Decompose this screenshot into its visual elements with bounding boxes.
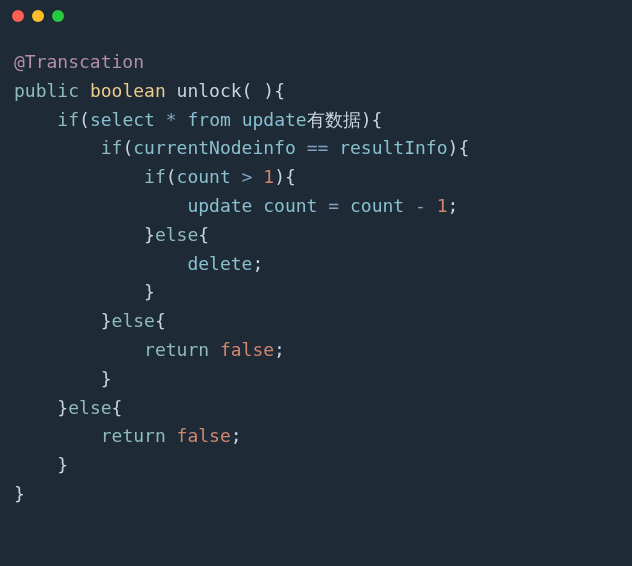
keyword-if: if: [101, 137, 123, 158]
identifier-update: update: [187, 195, 252, 216]
maximize-icon[interactable]: [52, 10, 64, 22]
semicolon: ;: [231, 425, 242, 446]
text-chinese: 有数据: [307, 109, 361, 130]
paren-open: (: [166, 166, 177, 187]
brace-close: }: [14, 483, 25, 504]
keyword-else: else: [155, 224, 198, 245]
operator-gt: >: [242, 166, 253, 187]
brace-close: }: [57, 397, 68, 418]
bool-false: false: [220, 339, 274, 360]
keyword-else: else: [68, 397, 111, 418]
keyword-else: else: [112, 310, 155, 331]
code-block: @Transcation public boolean unlock( ){ i…: [0, 32, 632, 525]
identifier-delete: delete: [187, 253, 252, 274]
keyword-public: public: [14, 80, 79, 101]
brace-close: }: [101, 368, 112, 389]
identifier-count: count: [177, 166, 231, 187]
keyword-if: if: [144, 166, 166, 187]
identifier-from: from: [187, 109, 230, 130]
brace-open: {: [155, 310, 166, 331]
minimize-icon[interactable]: [32, 10, 44, 22]
keyword-return: return: [101, 425, 166, 446]
brace-open: {: [274, 80, 285, 101]
operator-eq: ==: [307, 137, 329, 158]
parens: ( ): [242, 80, 275, 101]
close-icon[interactable]: [12, 10, 24, 22]
identifier-select: select: [90, 109, 155, 130]
keyword-if: if: [57, 109, 79, 130]
titlebar: [0, 0, 632, 32]
paren-open: (: [79, 109, 90, 130]
paren-close: ): [448, 137, 459, 158]
identifier-resultinfo: resultInfo: [339, 137, 447, 158]
operator-minus: -: [415, 195, 426, 216]
brace-close: }: [101, 310, 112, 331]
brace-open: {: [458, 137, 469, 158]
brace-open: {: [112, 397, 123, 418]
semicolon: ;: [274, 339, 285, 360]
identifier-currentnode: currentNodeinfo: [133, 137, 296, 158]
operator-assign: =: [328, 195, 339, 216]
operator-star: *: [166, 109, 177, 130]
brace-close: }: [144, 224, 155, 245]
brace-open: {: [198, 224, 209, 245]
paren-close: ): [274, 166, 285, 187]
semicolon: ;: [448, 195, 459, 216]
brace-open: {: [285, 166, 296, 187]
identifier-count: count: [263, 195, 317, 216]
code-window: @Transcation public boolean unlock( ){ i…: [0, 0, 632, 566]
number-1: 1: [263, 166, 274, 187]
bool-false: false: [177, 425, 231, 446]
annotation: @Transcation: [14, 51, 144, 72]
semicolon: ;: [252, 253, 263, 274]
keyword-return: return: [144, 339, 209, 360]
number-1: 1: [437, 195, 448, 216]
paren-open: (: [122, 137, 133, 158]
type-boolean: boolean: [90, 80, 166, 101]
identifier-count: count: [350, 195, 404, 216]
brace-open: {: [372, 109, 383, 130]
method-name: unlock: [177, 80, 242, 101]
paren-close: ): [361, 109, 372, 130]
brace-close: }: [144, 281, 155, 302]
brace-close: }: [57, 454, 68, 475]
identifier-update: update: [242, 109, 307, 130]
